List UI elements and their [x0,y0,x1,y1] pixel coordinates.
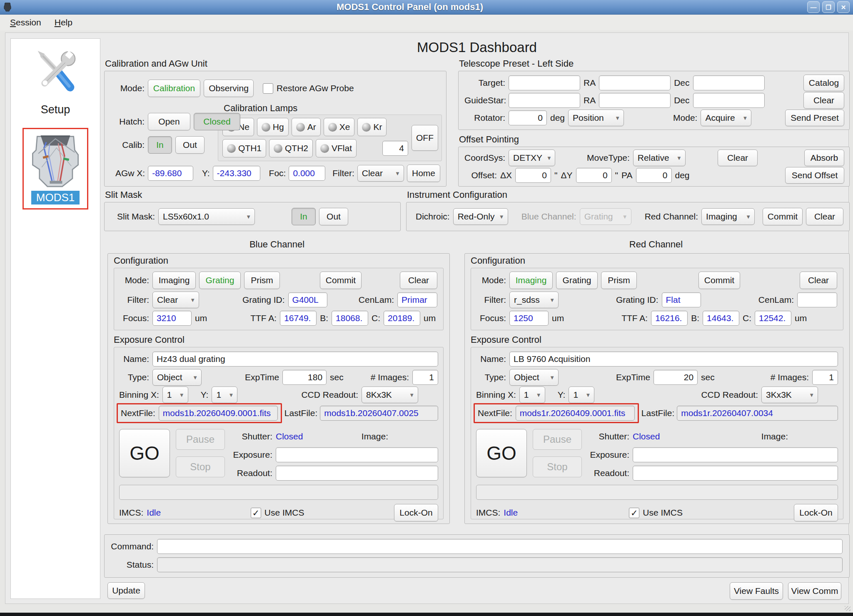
lamp-qth1-button[interactable]: QTH1 [222,139,266,157]
lamp-kr-button[interactable]: Kr [357,118,387,136]
red-name-input[interactable]: LB 9760 Acquisition [509,352,838,367]
red-biny-select[interactable]: 1▼ [569,387,594,403]
movetype-select[interactable]: Relative▼ [633,150,686,166]
lamp-hg-button[interactable]: Hg [257,118,289,136]
blue-filter-select[interactable]: Clear▼ [152,292,199,308]
preset-mode-select[interactable]: Acquire▼ [701,110,751,126]
red-mode-prism-button[interactable]: Prism [601,272,637,289]
catalog-button[interactable]: Catalog [803,75,844,91]
update-button[interactable]: Update [107,582,145,599]
sidebar-item-mods1[interactable]: MODS1 [22,128,88,209]
agw-home-button[interactable]: Home [407,165,440,182]
blue-ttfc-field[interactable]: 20189. [384,311,420,326]
minimize-button[interactable]: — [807,1,820,13]
red-pause-button[interactable]: Pause [533,429,582,450]
blue-mode-grating-button[interactable]: Grating [199,272,241,289]
blue-go-button[interactable]: GO [119,429,170,477]
red-stop-button[interactable]: Stop [533,456,582,477]
red-config-clear-button[interactable]: Clear [800,272,837,289]
red-cenlam-field[interactable] [797,292,837,307]
rotator-input[interactable]: 0 [509,110,547,125]
red-ttfc-field[interactable]: 12542. [755,311,791,326]
offset-clear-button[interactable]: Clear [718,150,758,166]
guidestar-input[interactable] [509,93,580,108]
blue-lockon-button[interactable]: Lock-On [394,504,438,521]
blue-use-imcs-checkbox[interactable]: ✓ [251,508,261,518]
red-go-button[interactable]: GO [476,429,527,477]
blue-ttfb-field[interactable]: 18068. [332,311,368,326]
send-preset-button[interactable]: Send Preset [785,110,844,126]
blue-config-clear-button[interactable]: Clear [400,272,437,289]
agw-y-input[interactable]: -243.330 [213,166,260,181]
dx-input[interactable]: 0 [515,168,551,183]
hatch-open-button[interactable]: Open [148,113,190,130]
blue-grating-id-field[interactable]: G400L [288,292,327,307]
agw-foc-input[interactable]: 0.000 [289,166,325,181]
red-ccd-select[interactable]: 3Kx3K▼ [761,387,818,403]
calib-in-button[interactable]: In [148,136,172,154]
agw-x-input[interactable]: -89.680 [148,166,193,181]
calibration-mode-button[interactable]: Calibration [148,80,200,97]
pa-input[interactable]: 0 [636,168,672,183]
lamp-ar-button[interactable]: Ar [292,118,321,136]
red-images-input[interactable]: 1 [812,370,838,385]
telescope-clear-button[interactable]: Clear [803,92,844,109]
red-binx-select[interactable]: 1▼ [519,387,545,403]
lamps-off-button[interactable]: OFF [412,125,438,151]
observing-mode-button[interactable]: Observing [204,80,254,97]
red-mode-grating-button[interactable]: Grating [556,272,598,289]
blue-mode-imaging-button[interactable]: Imaging [152,272,196,289]
red-ttfa-field[interactable]: 16216. [651,311,688,326]
blue-ttfa-field[interactable]: 16749. [280,311,317,326]
blue-biny-select[interactable]: 1▼ [212,387,237,403]
red-lockon-button[interactable]: Lock-On [794,504,838,521]
target-dec-input[interactable] [693,75,765,90]
agw-filter-select[interactable]: Clear▼ [357,165,404,182]
slitmask-out-button[interactable]: Out [319,208,348,225]
red-filter-select[interactable]: r_sdss▼ [509,292,559,308]
blue-mode-prism-button[interactable]: Prism [244,272,280,289]
close-button[interactable]: ✕ [837,1,850,13]
blue-stop-button[interactable]: Stop [176,456,225,477]
menu-help[interactable]: Help [51,16,76,29]
view-comm-button[interactable]: View Comm [788,582,841,600]
red-config-commit-button[interactable]: Commit [698,272,740,289]
resize-grip[interactable] [845,606,851,611]
restore-agw-checkbox[interactable] [263,83,273,94]
sidebar-item-setup[interactable]: Setup [11,48,100,116]
blue-exptime-input[interactable]: 180 [282,370,327,385]
blue-name-input[interactable]: Hz43 dual grating [152,352,438,367]
blue-channel-select[interactable]: Grating▼ [580,208,631,225]
red-ttfb-field[interactable]: 14643. [703,311,739,326]
command-input[interactable] [157,539,843,554]
dichroic-select[interactable]: Red-Only▼ [453,208,508,225]
red-type-select[interactable]: Object▼ [509,369,559,386]
red-channel-select[interactable]: Imaging▼ [701,208,755,225]
instconfig-commit-button[interactable]: Commit [763,208,803,225]
hatch-closed-button[interactable]: Closed [194,113,240,130]
rotator-mode-select[interactable]: Position▼ [568,110,624,126]
blue-cenlam-field[interactable]: Primar [397,292,437,307]
blue-binx-select[interactable]: 1▼ [162,387,188,403]
lamp-qth2-button[interactable]: QTH2 [269,139,313,157]
slitmask-select[interactable]: LS5x60x1.0▼ [158,208,255,225]
blue-focus-field[interactable]: 3210 [152,311,192,326]
target-ra-input[interactable] [599,75,671,90]
lamp-power-input[interactable]: 4 [382,141,408,156]
red-exptime-input[interactable]: 20 [653,370,698,385]
blue-config-commit-button[interactable]: Commit [320,272,362,289]
calib-out-button[interactable]: Out [175,136,205,154]
maximize-button[interactable]: ❐ [822,1,835,13]
target-input[interactable] [509,75,580,90]
blue-ccd-select[interactable]: 8Kx3K▼ [362,387,418,403]
guidestar-dec-input[interactable] [693,93,765,108]
blue-images-input[interactable]: 1 [412,370,438,385]
red-mode-imaging-button[interactable]: Imaging [509,272,553,289]
absorb-button[interactable]: Absorb [804,150,844,166]
instconfig-clear-button[interactable]: Clear [806,208,843,225]
send-offset-button[interactable]: Send Offset [785,167,844,184]
view-faults-button[interactable]: View Faults [730,582,783,600]
guidestar-ra-input[interactable] [599,93,671,108]
menu-session[interactable]: Session [7,16,45,29]
coordsys-select[interactable]: DETXY▼ [509,150,555,166]
